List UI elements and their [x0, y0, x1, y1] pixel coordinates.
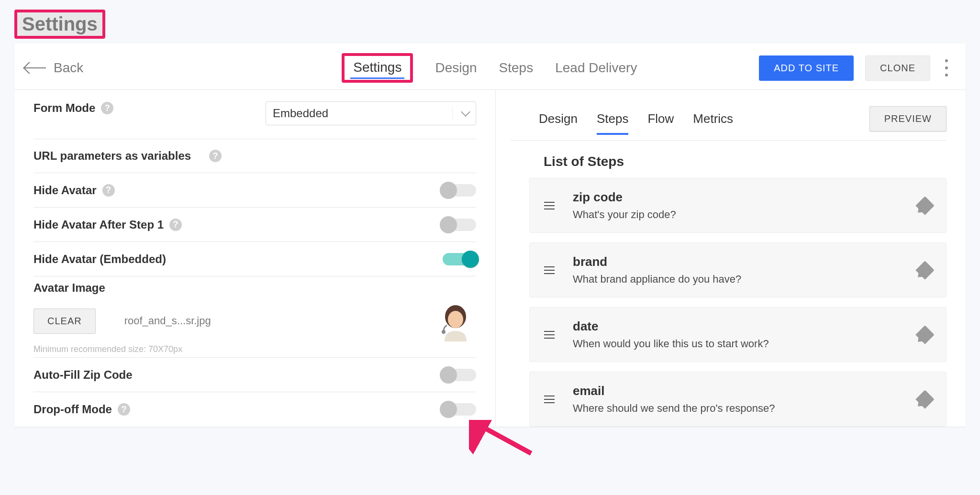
arrow-left-icon: [25, 65, 46, 71]
step-desc: Where should we send the pro's response?: [573, 402, 775, 415]
auto-fill-zip-toggle[interactable]: [443, 369, 476, 381]
tab-lead-delivery-label: Lead Delivery: [555, 60, 637, 75]
more-menu-icon[interactable]: [942, 59, 951, 77]
pencil-icon[interactable]: [915, 261, 935, 280]
dropoff-mode-label: Drop-off Mode: [33, 403, 112, 416]
hide-avatar-label: Hide Avatar: [33, 184, 97, 197]
pencil-icon[interactable]: [915, 390, 935, 409]
help-icon[interactable]: ?: [102, 184, 115, 197]
back-button[interactable]: Back: [25, 60, 83, 76]
tab-design-label: Design: [435, 60, 477, 75]
help-icon[interactable]: ?: [209, 150, 222, 162]
hide-avatar-after-step1-label: Hide Avatar After Step 1: [33, 218, 164, 231]
step-card[interactable]: email Where should we send the pro's res…: [529, 372, 947, 427]
step-title: email: [573, 384, 775, 398]
page-title: Settings: [14, 10, 105, 39]
help-icon[interactable]: ?: [118, 403, 130, 416]
subtab-metrics[interactable]: Metrics: [693, 111, 733, 126]
drag-handle-icon[interactable]: [544, 202, 558, 209]
step-title: brand: [573, 254, 741, 269]
step-title: zip code: [573, 190, 676, 205]
svg-point-2: [442, 330, 445, 334]
form-mode-value: Embedded: [273, 107, 328, 120]
svg-point-1: [448, 311, 463, 328]
step-card[interactable]: brand What brand appliance do you have?: [529, 242, 947, 297]
step-title: date: [573, 319, 769, 334]
help-icon[interactable]: ?: [169, 219, 182, 231]
avatar-filename: roof_and_s...sr.jpg: [124, 315, 211, 327]
subtab-steps[interactable]: Steps: [597, 111, 629, 126]
main-tabs: Settings Design Steps Lead Delivery: [342, 53, 637, 83]
avatar-hint: Minimum recommended size: 70X70px: [33, 344, 476, 354]
tab-lead-delivery[interactable]: Lead Delivery: [555, 60, 637, 76]
preview-button[interactable]: PREVIEW: [869, 106, 947, 132]
steps-list: zip code What's your zip code? brand Wha…: [510, 178, 947, 427]
list-of-steps-title: List of Steps: [544, 154, 947, 169]
form-mode-label: Form Mode: [33, 101, 95, 115]
clone-button[interactable]: CLONE: [865, 55, 930, 81]
step-desc: When would you like this us to start wor…: [573, 338, 769, 350]
form-mode-select[interactable]: Embedded: [266, 101, 476, 125]
svg-line-3: [479, 425, 531, 453]
step-card[interactable]: date When would you like this us to star…: [529, 307, 947, 362]
step-card[interactable]: zip code What's your zip code?: [529, 178, 947, 233]
clear-avatar-button[interactable]: CLEAR: [33, 308, 96, 334]
step-desc: What's your zip code?: [573, 209, 676, 221]
pencil-icon[interactable]: [915, 196, 935, 215]
drag-handle-icon[interactable]: [544, 266, 558, 274]
auto-fill-zip-label: Auto-Fill Zip Code: [33, 368, 133, 382]
drag-handle-icon[interactable]: [544, 331, 558, 339]
tab-steps-label: Steps: [499, 60, 534, 75]
url-params-label: URL parameters as variables: [33, 149, 191, 163]
tab-settings[interactable]: Settings: [342, 53, 413, 83]
avatar-image-label: Avatar Image: [33, 281, 105, 294]
drag-handle-icon[interactable]: [544, 396, 558, 403]
step-desc: What brand appliance do you have?: [573, 273, 741, 286]
tab-design[interactable]: Design: [435, 60, 477, 76]
hide-avatar-after-step1-toggle[interactable]: [443, 219, 476, 231]
subtab-flow[interactable]: Flow: [647, 111, 674, 126]
help-icon[interactable]: ?: [101, 102, 113, 114]
hide-avatar-embedded-toggle[interactable]: [443, 253, 476, 265]
pencil-icon[interactable]: [915, 325, 935, 344]
chevron-down-icon: [461, 107, 470, 117]
main-panel: Back Settings Design Steps Lead Delivery…: [14, 44, 966, 427]
tab-settings-label: Settings: [342, 53, 413, 83]
hide-avatar-embedded-label: Hide Avatar (Embedded): [33, 253, 166, 266]
subtab-design[interactable]: Design: [539, 111, 578, 126]
tab-steps[interactable]: Steps: [499, 60, 534, 76]
back-label: Back: [54, 60, 83, 76]
avatar-thumbnail: [435, 300, 476, 341]
hide-avatar-toggle[interactable]: [443, 184, 476, 197]
add-to-site-button[interactable]: ADD TO SITE: [759, 55, 854, 81]
dropoff-mode-toggle[interactable]: [443, 403, 476, 416]
